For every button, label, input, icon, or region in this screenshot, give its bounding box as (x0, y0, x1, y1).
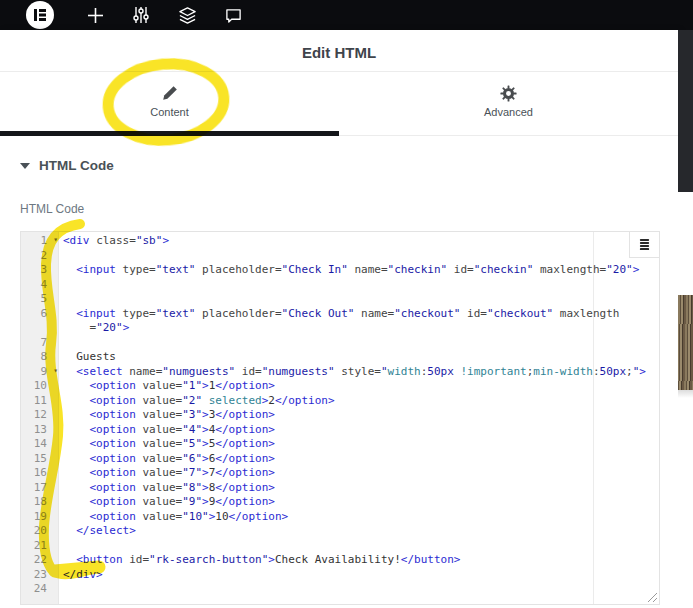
elementor-top-toolbar (0, 0, 693, 30)
code-line[interactable]: <button id="rk-search-button">Check Avai… (59, 553, 460, 568)
pencil-icon (162, 84, 178, 102)
code-row: 16 <option value="7">7</option> (21, 466, 659, 481)
preview-fade (678, 390, 693, 398)
line-number: 8 (21, 350, 59, 365)
code-row: 23</div> (21, 568, 659, 583)
line-number: 17 (21, 481, 59, 496)
code-line[interactable] (59, 582, 63, 597)
tab-advanced[interactable]: Advanced (339, 72, 678, 136)
gear-icon (500, 84, 517, 102)
line-number: 2 (21, 249, 59, 264)
code-row: 8 Guests (21, 350, 659, 365)
line-number: 15 (21, 452, 59, 467)
code-line[interactable]: <option value="9">9</option> (59, 495, 275, 510)
code-row: 11 <option value="2" selected>2</option> (21, 394, 659, 409)
code-row: 5 (21, 292, 659, 307)
code-line[interactable]: <option value="2" selected>2</option> (59, 394, 335, 409)
line-number: 22 (21, 553, 59, 568)
line-number: 13 (21, 423, 59, 438)
fold-arrow-icon[interactable]: ▾ (53, 233, 58, 248)
code-line[interactable]: <select name="numguests" id="numguests" … (59, 365, 646, 380)
code-line[interactable] (59, 278, 63, 293)
code-line[interactable] (59, 249, 63, 264)
code-editor-menu-icon[interactable] (629, 232, 659, 258)
tab-advanced-label: Advanced (484, 106, 533, 118)
code-line[interactable]: <option value="5">5</option> (59, 437, 275, 452)
elementor-logo[interactable] (26, 1, 54, 29)
line-number: 14 (21, 437, 59, 452)
code-row: 6 <input type="text" placeholder="Check … (21, 307, 659, 322)
html-code-editor[interactable]: 1▾<div class="sb">23 <input type="text" … (20, 231, 660, 605)
code-row: 17 <option value="8">8</option> (21, 481, 659, 496)
html-code-field-label: HTML Code (20, 202, 84, 216)
line-number: 5 (21, 292, 59, 307)
code-line[interactable]: <option value="7">7</option> (59, 466, 275, 481)
code-line[interactable]: Guests (59, 350, 116, 365)
code-line[interactable] (59, 292, 63, 307)
code-line[interactable]: <option value="3">3</option> (59, 408, 275, 423)
notes-icon[interactable] (210, 0, 256, 30)
section-title: HTML Code (39, 158, 114, 173)
line-number: 19 (21, 510, 59, 525)
code-row: ="20"> (21, 321, 659, 336)
code-row: 1▾<div class="sb"> (21, 234, 659, 249)
section-html-code[interactable]: HTML Code (20, 158, 114, 173)
code-row: 9▾ <select name="numguests" id="numguest… (21, 365, 659, 380)
code-row: 15 <option value="6">6</option> (21, 452, 659, 467)
preview-wood-image (678, 295, 693, 390)
line-number: 7 (21, 336, 59, 351)
code-line[interactable] (59, 539, 63, 554)
line-number: 20 (21, 524, 59, 539)
line-number: 6 (21, 307, 59, 322)
code-row: 19 <option value="10">10</option> (21, 510, 659, 525)
code-line[interactable]: <div class="sb"> (59, 234, 169, 249)
line-number: 16 (21, 466, 59, 481)
line-number: 18 (21, 495, 59, 510)
navigator-icon[interactable] (164, 0, 210, 30)
tab-content[interactable]: Content (0, 72, 339, 136)
line-number: 24 (21, 582, 59, 597)
code-row: 4 (21, 278, 659, 293)
code-line[interactable] (59, 336, 63, 351)
code-line[interactable]: <input type="text" placeholder="Check Ou… (59, 307, 619, 322)
code-line[interactable]: </div> (59, 568, 103, 583)
code-row: 14 <option value="5">5</option> (21, 437, 659, 452)
code-row: 24 (21, 582, 659, 597)
code-line[interactable]: <option value="10">10</option> (59, 510, 288, 525)
line-number: 4 (21, 278, 59, 293)
page-preview-sliver (678, 30, 693, 608)
line-number: 9▾ (21, 365, 59, 380)
code-row: 21 (21, 539, 659, 554)
elementor-edit-html-panel: Edit HTML Content (0, 0, 693, 608)
code-line[interactable]: <option value="6">6</option> (59, 452, 275, 467)
line-number: 21 (21, 539, 59, 554)
code-row: 2 (21, 249, 659, 264)
code-line[interactable]: <option value="8">8</option> (59, 481, 275, 496)
code-rows: 1▾<div class="sb">23 <input type="text" … (21, 234, 659, 597)
code-row: 18 <option value="9">9</option> (21, 495, 659, 510)
collapse-caret-icon (20, 163, 30, 169)
panel-tabs: Content (0, 72, 678, 136)
line-number: 12 (21, 408, 59, 423)
code-line[interactable]: <option value="4">4</option> (59, 423, 275, 438)
line-number: 23 (21, 568, 59, 583)
code-line[interactable]: <option value="1">1</option> (59, 379, 275, 394)
code-row: 3 <input type="text" placeholder="Check … (21, 263, 659, 278)
code-line[interactable]: <input type="text" placeholder="Check In… (59, 263, 639, 278)
preview-dark-header (678, 30, 693, 192)
code-line[interactable]: ="20"> (59, 321, 129, 336)
site-settings-icon[interactable] (118, 0, 164, 30)
code-row: 7 (21, 336, 659, 351)
active-tab-underline (0, 131, 339, 136)
fold-arrow-icon[interactable]: ▾ (53, 364, 58, 379)
line-number: 10 (21, 379, 59, 394)
panel-title: Edit HTML (0, 30, 678, 76)
code-row: 12 <option value="3">3</option> (21, 408, 659, 423)
line-number (21, 321, 59, 336)
elementor-logo-glyph (32, 7, 48, 23)
code-line[interactable]: </select> (59, 524, 136, 539)
line-number: 11 (21, 394, 59, 409)
add-element-icon[interactable] (72, 0, 118, 30)
line-number: 3 (21, 263, 59, 278)
code-row: 10 <option value="1">1</option> (21, 379, 659, 394)
